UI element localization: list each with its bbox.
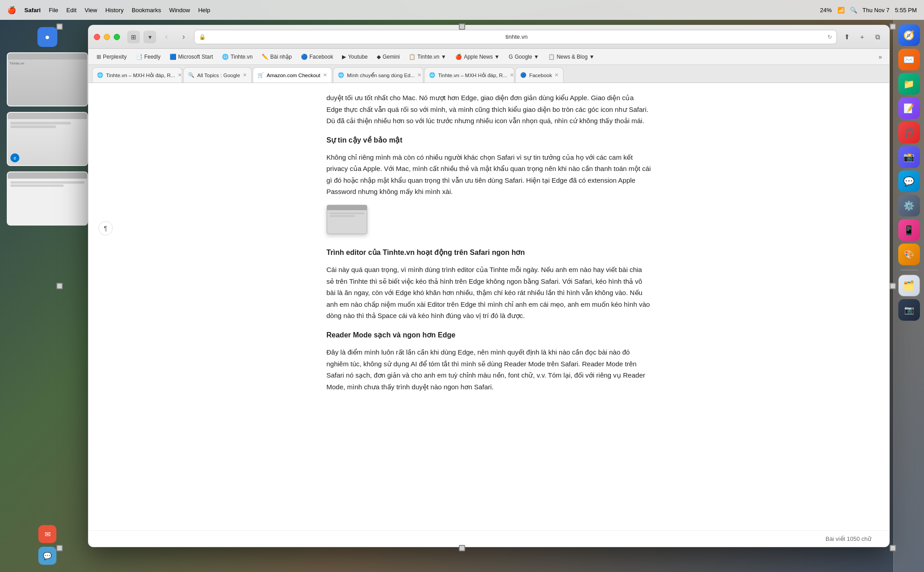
sidebar-icon-bottom-1[interactable]: ✉ [38,525,56,543]
window-thumbnail-3[interactable] [7,171,88,226]
resize-handle-bottom-left[interactable] [56,545,63,551]
tab-close-5[interactable]: ✕ [510,73,514,78]
tab-close-1[interactable]: ✕ [178,73,182,78]
maximize-button[interactable] [114,34,120,40]
edit-menu[interactable]: Edit [66,7,76,14]
tab-close-2[interactable]: ✕ [243,73,247,78]
minimize-button[interactable] [104,34,110,40]
bookmark-feedly[interactable]: 📑 Feedly [132,52,164,61]
resize-handle-bottom[interactable] [459,545,465,551]
tab-expand-button[interactable]: ▾ [143,31,156,43]
resize-handle-bottom-right[interactable] [890,545,896,551]
resize-handle-left[interactable] [56,283,63,289]
bookmark-youtube[interactable]: ▶ Youtube [338,52,371,61]
history-menu[interactable]: History [105,7,123,14]
dock-icon-colorui[interactable]: 🎨 [898,244,920,265]
bookmarks-more-button[interactable]: » [876,52,885,62]
tab-thumbnail-popup [327,205,367,234]
google-bk-icon: G [508,54,513,60]
bookmarks-menu[interactable]: Bookmarks [132,7,161,14]
dock-icon-finder-folder[interactable]: 🗂️ [898,275,920,296]
word-count: Bài viết 1050 chữ [826,535,871,542]
file-menu[interactable]: File [49,7,58,14]
close-button[interactable] [94,34,100,40]
dock-icon-messages[interactable]: 💬 [898,171,920,192]
tab-label-4: Mình chuyển sang dùng Ed... [347,72,415,78]
bookmark-microsoft-label: Microsoft Start [178,54,213,60]
view-menu[interactable]: View [85,7,97,14]
bookmark-google[interactable]: G Google ▼ [505,52,542,61]
tab-favicon-3: 🛒 [258,72,264,78]
resize-handle-top-right[interactable] [890,23,896,30]
bookmark-apple-news[interactable]: 🍎 Apple News ▼ [452,52,503,61]
help-menu[interactable]: Help [198,7,210,14]
gemini-icon: ◆ [377,54,381,60]
tab-tinhte-2[interactable]: 🌐 Tinhte.vn – MXH Hỏi đáp, R... ✕ [424,67,514,83]
tab-google[interactable]: 🔍 All Topics : Google ✕ [183,67,252,83]
paragraph-format-icon[interactable]: ¶ [98,221,113,235]
article-footer: Bài viết 1050 chữ [88,530,889,547]
tab-label-2: All Topics : Google [197,73,240,78]
bookmark-facebook-label: Facebook [310,54,333,60]
url-display: tinhte.vn [208,33,825,40]
bookmark-microsoft[interactable]: 🟦 Microsoft Start [166,52,217,61]
article-body: duyệt tối ưu tốt nhất cho Mac. Nó mượt h… [309,83,670,530]
dock-icon-facetime[interactable]: 📱 [898,219,920,241]
apple-menu[interactable]: 🍎 [7,6,16,14]
forward-button[interactable]: › [177,30,190,44]
tab-close-4[interactable]: ✕ [417,73,421,78]
tab-close-6[interactable]: ✕ [554,73,559,78]
bookmark-perplexity[interactable]: ⊞ Perplexity [93,52,130,61]
window-thumbnail-1[interactable]: Tinhte.vn [7,52,88,106]
tabs-button[interactable]: ⧉ [871,31,884,43]
share-button[interactable]: ⬆ [841,31,853,43]
bookmark-news-blog[interactable]: 📋 News & Blog ▼ [545,52,598,61]
bookmark-gemini[interactable]: ◆ Gemini [373,52,403,61]
news-blog-icon: 📋 [548,54,555,60]
resize-handle-right[interactable] [890,283,896,289]
facebook-bk-icon: 🔵 [301,54,308,60]
app-name[interactable]: Safari [24,7,41,14]
bookmark-bai-nhap[interactable]: ✏️ Bài nhập [258,52,296,61]
article-paragraph-1: duyệt tối ưu tốt nhất cho Mac. Nó mượt h… [327,92,651,127]
reload-icon[interactable]: ↻ [827,34,832,40]
resize-handle-top[interactable] [459,23,465,30]
window-menu[interactable]: Window [169,7,190,14]
dock-icon-mail[interactable]: ✉️ [898,49,920,70]
bookmark-facebook[interactable]: 🔵 Facebook [297,52,337,61]
sidebar-icon-1[interactable]: ● [37,27,57,47]
article-paragraph-3: Cái này quá quan trọng, vì mình dùng trì… [327,264,651,322]
toolbar-icons: ⬆ + ⧉ [841,31,884,43]
window-thumbnail-2[interactable]: e [7,112,88,166]
tab-minhchuyen[interactable]: 🌐 Mình chuyển sang dùng Ed... ✕ [333,67,423,83]
dock-icon-screenshots[interactable]: 📷 [898,299,920,321]
back-button[interactable]: ‹ [160,30,173,44]
dock-icon-safari[interactable]: 🧭 [898,24,920,46]
left-sidebar: ● Tinhte.vn e [0,20,95,572]
tab-close-3[interactable]: ✕ [323,73,327,78]
dock-icon-notes[interactable]: 📝 [898,97,920,119]
bookmark-tinhte[interactable]: 🌐 Tinhte.vn [218,52,256,61]
menubar-search-icon[interactable]: 🔍 [850,7,857,14]
new-tab-button[interactable]: + [856,31,869,43]
tab-amazon[interactable]: 🛒 Amazon.com Checkout ✕ [253,67,332,83]
dock-icon-music[interactable]: 🎵 [898,122,920,143]
tab-facebook[interactable]: 🔵 Facebook ✕ [515,67,564,83]
dock-icon-settings[interactable]: ⚙️ [898,195,920,217]
bookmark-tinhte2[interactable]: 📋 Tinhte.vn ▼ [405,52,450,61]
safari-titlebar: ⊞ ▾ ‹ › 🔒 tinhte.vn ↻ ⬆ + ⧉ [88,25,889,49]
address-bar[interactable]: 🔒 tinhte.vn ↻ [194,30,837,44]
tab-overview-button[interactable]: ⊞ [127,31,140,43]
desktop: 🍎 Safari File Edit View History Bookmark… [0,0,924,572]
dock-separator [900,270,918,270]
youtube-icon: ▶ [342,54,346,60]
resize-handle-top-left[interactable] [56,23,63,30]
tab-tinhte-1[interactable]: 🌐 Tinhte.vn – MXH Hỏi đáp, R... ✕ [92,67,182,83]
safari-window: ⊞ ▾ ‹ › 🔒 tinhte.vn ↻ ⬆ + ⧉ ⊞ Perplexity [88,25,890,547]
dock-icon-photos[interactable]: 📸 [898,146,920,168]
sidebar-icon-bottom-2[interactable]: 💬 [38,547,56,565]
edge-icon: e [10,153,19,162]
article-paragraph-4: Đây là điểm mình luôn rất lần cần khi dù… [327,346,651,392]
bookmark-youtube-label: Youtube [348,54,368,60]
dock-icon-finder[interactable]: 📁 [898,73,920,95]
